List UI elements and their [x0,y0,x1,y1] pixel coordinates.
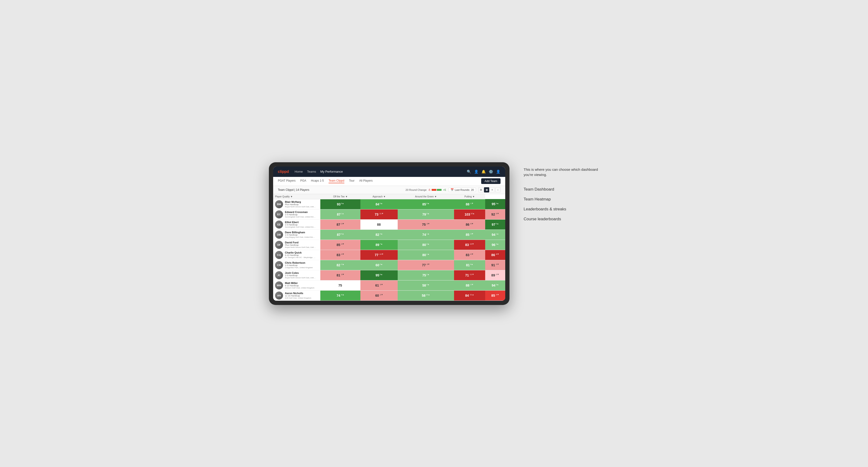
player-handicap: 1-5 Handicap [285,274,316,277]
sub-nav-links: PGAT Players PGA Hcaps 1-5 Team Clippd T… [278,179,481,183]
player-avatar: MM [275,281,283,289]
col-putting[interactable]: Putting ▼ [454,194,485,199]
player-cell: EE Elliot Ebert 1-5 Handicap Sunningdale… [273,219,320,229]
table-row[interactable]: EC Edward Crossman 1-5 Handicap Sunningd… [273,209,505,219]
table-row[interactable]: DB Dave Billingham 1-5 Handicap Gog Mago… [273,229,505,240]
change-indicator: 15▲ [470,213,474,215]
sub-nav-hcaps[interactable]: Hcaps 1-5 [311,179,324,183]
avatar-initials: AN [275,291,283,300]
player-info: Dave Billingham 1-5 Handicap Gog Magog G… [285,231,316,238]
annotation-callout: This is where you can choose which dashb… [524,167,599,178]
stat-cell-4: 89-2▼ [485,270,505,280]
change-indicator: 1▲ [496,233,499,235]
table-row[interactable]: EE Elliot Ebert 1-5 Handicap Sunningdale… [273,219,505,229]
stat-cell-2: 77-3▼ [398,260,454,270]
search-icon[interactable]: 🔍 [467,169,471,174]
stat-cell-0: 85-3▼ [320,240,361,250]
stat-cell-2: 752▲ [398,270,454,280]
player-club: Woburn Golf Club, United Kingdom [285,287,314,289]
col-player: Player Quality ▼ [273,194,320,199]
change-indicator: -11▼ [469,273,474,276]
player-avatar: CR [275,261,283,269]
stat-cell-0: 939▲ [320,199,361,209]
table-container: Player Quality ▼ Off the Tee ▼ Approach … [273,194,505,301]
stat-cell-1: 88 [361,219,398,229]
change-indicator: 4▲ [470,263,473,266]
col-aroundgreen[interactable]: Around the Green ▼ [398,194,454,199]
player-info: Elliot Ebert 1-5 Handicap Sunningdale Go… [285,221,316,228]
player-name: Chris Robertson [285,261,313,264]
col-offtee[interactable]: Off the Tee ▼ [320,194,361,199]
change-indicator: -3▼ [341,253,344,255]
table-view-icon[interactable]: ▦ [484,187,489,192]
last-rounds-control[interactable]: 📅 Last Rounds: 20 [448,187,476,192]
change-indicator: -10▼ [469,243,474,245]
player-avatar: AN [275,291,283,300]
stat-cell-4: 959▲ [485,199,505,209]
change-indicator: -3▼ [426,223,430,225]
avatar-initials: EC [275,210,283,218]
stat-cell-3: 71-11▼ [454,270,485,280]
avatar-icon[interactable]: 👤 [496,169,500,174]
add-team-button[interactable]: Add Team [481,178,500,184]
nav-bar: clippd Home Teams My Performance 🔍 👤 🔔 ⚙… [273,166,505,177]
table-row[interactable]: DF David Ford Plus Handicap Royal North … [273,240,505,250]
player-name: Josh Coles [285,272,316,274]
stat-cell-0: 81-3▼ [320,270,361,280]
table-row[interactable]: BM Blair McHarg Plus Handicap Royal Nort… [273,199,505,209]
nav-links: Home Teams My Performance [294,170,467,173]
player-handicap: 6-10 Handicap [285,284,314,287]
nav-icons: 🔍 👤 🔔 ⚙️ 👤 [467,169,500,174]
table-row[interactable]: CQ Charlie Quick 6-10 Handicap St. Georg… [273,250,505,260]
sort-icon[interactable]: ↕ [495,187,500,192]
player-name: Matt Miller [285,282,314,284]
player-handicap: 1-5 Handicap [285,264,313,267]
sub-nav-allplayers[interactable]: All Players [359,179,373,183]
player-handicap: 1-5 Handicap [285,214,316,216]
stat-cell-2: 803▲ [398,240,454,250]
stat-cell-3: 814▲ [454,260,485,270]
sub-nav-teamclippd[interactable]: Team Clippd [329,179,344,183]
player-handicap: 6-10 Handicap [285,254,316,256]
avatar-initials: BM [275,200,283,208]
table-row[interactable]: AN Aaron Nicholls 11-15 Handicap Drift G… [273,290,505,301]
sub-nav-pgat[interactable]: PGAT Players [278,179,296,183]
sub-nav-pga[interactable]: PGA [300,179,306,183]
stat-cell-3: 84-21▲ [454,290,485,301]
round-change: 20 Round Change -5 +5 [405,188,446,191]
nav-link-myperformance[interactable]: My Performance [320,170,343,173]
player-table: Player Quality ▼ Off the Tee ▼ Approach … [273,194,505,301]
player-name: Elliot Ebert [285,221,316,224]
stat-cell-1: 61-3▼ [361,280,398,290]
player-cell: CR Chris Robertson 1-5 Handicap Craigmil… [273,260,320,270]
change-indicator: 3▲ [427,243,429,245]
player-info: Chris Robertson 1-5 Handicap Craigmillar… [285,261,313,269]
nav-link-home[interactable]: Home [294,170,303,173]
col-approach[interactable]: Approach ▼ [361,194,398,199]
stat-cell-1: 602▲ [361,260,398,270]
grid-view-icon[interactable]: ⊞ [478,187,484,192]
table-row[interactable]: MM Matt Miller 6-10 Handicap Woburn Golf… [273,280,505,290]
stat-cell-1: 897▲ [361,240,398,250]
list-view-icon[interactable]: ≡ [490,187,495,192]
change-indicator: 3▲ [496,243,499,245]
player-cell: MM Matt Miller 6-10 Handicap Woburn Golf… [273,280,320,290]
table-row[interactable]: JC Josh Coles 1-5 Handicap Royal North D… [273,270,505,280]
player-handicap: 1-5 Handicap [285,234,316,236]
player-avatar: BM [275,200,283,208]
table-row[interactable]: CR Chris Robertson 1-5 Handicap Craigmil… [273,260,505,270]
stat-cell-3: 86-6▼ [454,219,485,229]
player-avatar: JC [275,271,283,279]
sub-nav: PGAT Players PGA Hcaps 1-5 Team Clippd T… [273,177,505,186]
stat-cell-2: 801▲ [398,250,454,260]
player-cell: CQ Charlie Quick 6-10 Handicap St. Georg… [273,250,320,260]
nav-link-teams[interactable]: Teams [307,170,316,173]
player-club: Royal North Devon Golf Club, United King… [285,206,316,208]
user-icon[interactable]: 👤 [474,169,478,174]
bell-icon[interactable]: 🔔 [482,169,486,174]
settings-icon[interactable]: ⚙️ [489,169,493,174]
change-indicator: 9▲ [427,213,429,215]
sub-nav-tour[interactable]: Tour [349,179,354,183]
last-rounds-value: 20 [471,188,474,191]
player-club: Gog Magog Golf Club, United Kingdom [285,236,316,238]
